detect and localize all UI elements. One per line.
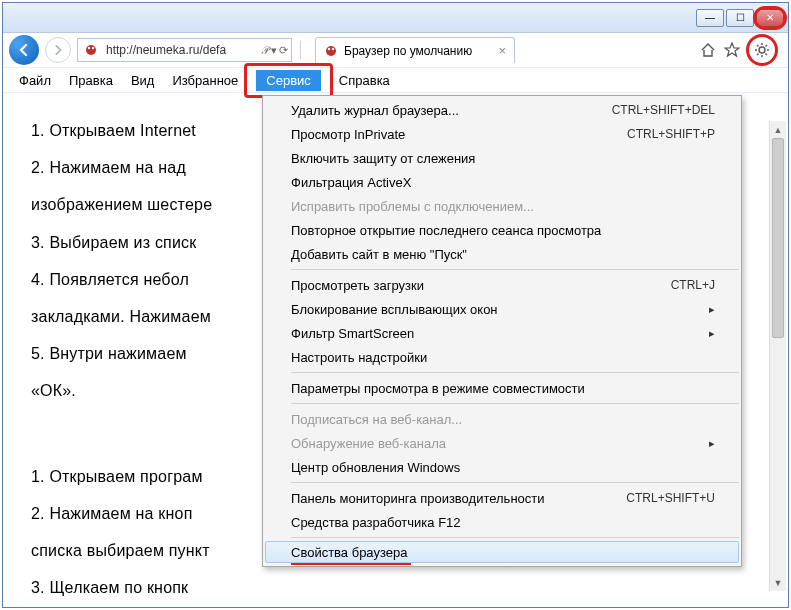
menu-separator (291, 482, 739, 483)
dropdown-item: Исправить проблемы с подключением... (263, 194, 741, 218)
dropdown-item[interactable]: Центр обновления Windows (263, 455, 741, 479)
dropdown-item-label: Добавить сайт в меню "Пуск" (291, 247, 467, 262)
dropdown-item-label: Параметры просмотра в режиме совместимос… (291, 381, 585, 396)
menu-tools-wrap: Сервис (248, 67, 329, 94)
tab-bar: Браузер по умолчанию × (315, 37, 694, 63)
scroll-down-icon[interactable]: ▼ (770, 574, 786, 591)
dropdown-item[interactable]: Блокирование всплывающих окон (263, 297, 741, 321)
tools-dropdown: Удалить журнал браузера...CTRL+SHIFT+DEL… (262, 95, 742, 567)
home-icon[interactable] (700, 42, 716, 58)
address-bar[interactable]: 𝒫 ▾ ⟳ (77, 38, 292, 62)
maximize-icon: ☐ (736, 12, 745, 23)
menu-separator (291, 537, 739, 538)
tab-title: Браузер по умолчанию (344, 44, 472, 58)
dropdown-item-label: Средства разработчика F12 (291, 515, 461, 530)
dropdown-item[interactable]: Удалить журнал браузера...CTRL+SHIFT+DEL (263, 98, 741, 122)
toolbar-right (700, 36, 782, 64)
menu-tools[interactable]: Сервис (256, 70, 321, 91)
dropdown-item-label: Центр обновления Windows (291, 460, 460, 475)
menu-view[interactable]: Вид (123, 70, 163, 91)
dropdown-item-label: Панель мониторинга производительности (291, 491, 545, 506)
favorites-star-icon[interactable] (724, 42, 740, 58)
menu-file[interactable]: Файл (11, 70, 59, 91)
shortcut-label: CTRL+SHIFT+DEL (612, 103, 715, 117)
dropdown-item-label: Блокирование всплывающих окон (291, 302, 498, 317)
dropdown-item-label: Включить защиту от слежения (291, 151, 475, 166)
window-titlebar: — ☐ ✕ (3, 3, 788, 33)
minimize-button[interactable]: — (696, 9, 724, 27)
menu-favorites[interactable]: Избранное (164, 70, 246, 91)
dropdown-item-label: Фильтр SmartScreen (291, 326, 414, 341)
dropdown-item: Обнаружение веб-канала (263, 431, 741, 455)
separator (300, 41, 301, 59)
dropdown-item[interactable]: Средства разработчика F12 (263, 510, 741, 534)
dropdown-item-label: Фильтрация ActiveX (291, 175, 411, 190)
dropdown-item[interactable]: Свойства браузера (265, 541, 739, 563)
search-icon[interactable]: 𝒫 (261, 44, 269, 57)
menu-separator (291, 403, 739, 404)
menu-edit[interactable]: Правка (61, 70, 121, 91)
menu-bar: Файл Правка Вид Избранное Сервис Справка (3, 67, 788, 93)
active-tab[interactable]: Браузер по умолчанию × (315, 37, 515, 63)
address-tools: 𝒫 ▾ ⟳ (258, 44, 291, 57)
shortcut-label: CTRL+J (671, 278, 715, 292)
dropdown-item[interactable]: Фильтр SmartScreen (263, 321, 741, 345)
shortcut-label: CTRL+SHIFT+U (626, 491, 715, 505)
close-button[interactable]: ✕ (756, 9, 784, 27)
dropdown-item[interactable]: Просмотр InPrivateCTRL+SHIFT+P (263, 122, 741, 146)
svg-point-3 (326, 46, 336, 56)
menu-separator (291, 269, 739, 270)
dropdown-item[interactable]: Просмотреть загрузкиCTRL+J (263, 273, 741, 297)
dropdown-item[interactable]: Добавить сайт в меню "Пуск" (263, 242, 741, 266)
scroll-up-icon[interactable]: ▲ (770, 121, 786, 138)
dropdown-item[interactable]: Повторное открытие последнего сеанса про… (263, 218, 741, 242)
arrow-right-icon (53, 45, 63, 55)
refresh-icon[interactable]: ⟳ (279, 44, 288, 57)
url-input[interactable] (104, 43, 258, 57)
svg-point-4 (328, 47, 330, 49)
dropdown-item-label: Подписаться на веб-канал... (291, 412, 462, 427)
dropdown-item-label: Удалить журнал браузера... (291, 103, 459, 118)
vertical-scrollbar[interactable]: ▲ ▼ (769, 121, 786, 591)
dropdown-item-label: Повторное открытие последнего сеанса про… (291, 223, 601, 238)
dropdown-item[interactable]: Параметры просмотра в режиме совместимос… (263, 376, 741, 400)
dropdown-item[interactable]: Настроить надстройки (263, 345, 741, 369)
tab-close-button[interactable]: × (498, 43, 506, 58)
dropdown-item[interactable]: Фильтрация ActiveX (263, 170, 741, 194)
settings-gear-wrap[interactable] (748, 36, 776, 64)
menu-help[interactable]: Справка (331, 70, 398, 91)
content-line: 3. Щелкаем по кнопк (31, 574, 760, 601)
dropdown-item-label: Исправить проблемы с подключением... (291, 199, 534, 214)
svg-point-0 (86, 45, 96, 55)
maximize-button[interactable]: ☐ (726, 9, 754, 27)
arrow-left-icon (18, 44, 30, 56)
shortcut-label: CTRL+SHIFT+P (627, 127, 715, 141)
highlight-circle (746, 34, 778, 66)
dropdown-item-label: Обнаружение веб-канала (291, 436, 446, 451)
dropdown-item-label: Настроить надстройки (291, 350, 427, 365)
menu-separator (291, 372, 739, 373)
forward-button[interactable] (45, 37, 71, 63)
navigation-bar: 𝒫 ▾ ⟳ Браузер по умолчанию × (3, 33, 788, 67)
scroll-thumb[interactable] (772, 138, 784, 338)
svg-point-5 (332, 47, 334, 49)
site-icon (81, 40, 101, 60)
dropdown-item[interactable]: Включить защиту от слежения (263, 146, 741, 170)
back-button[interactable] (9, 35, 39, 65)
svg-point-2 (92, 47, 94, 49)
dropdown-item-label: Просмотреть загрузки (291, 278, 424, 293)
dropdown-item[interactable]: Панель мониторинга производительностиCTR… (263, 486, 741, 510)
svg-point-1 (88, 47, 90, 49)
minimize-icon: — (705, 12, 715, 23)
tab-favicon (324, 44, 338, 58)
highlight-circle (753, 6, 787, 30)
dropdown-item-label: Просмотр InPrivate (291, 127, 405, 142)
dropdown-item-label: Свойства браузера (291, 545, 407, 560)
dropdown-item: Подписаться на веб-канал... (263, 407, 741, 431)
browser-window: — ☐ ✕ 𝒫 ▾ ⟳ (2, 2, 789, 608)
